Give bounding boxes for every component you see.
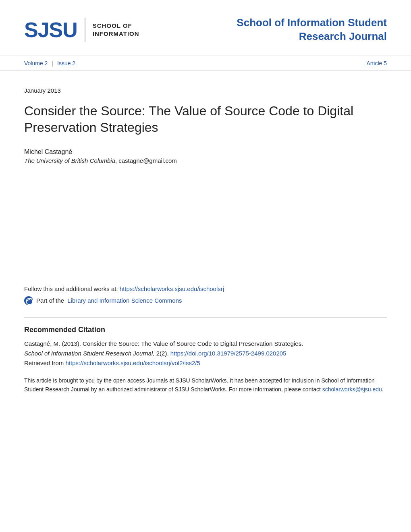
volume-link[interactable]: Volume 2: [24, 60, 48, 66]
commons-link[interactable]: Library and Information Science Commons: [67, 297, 182, 304]
article-link[interactable]: Article 5: [366, 60, 387, 66]
follow-url-link[interactable]: https://scholarworks.sjsu.edu/ischoolsrj: [120, 285, 224, 292]
school-label: SCHOOL OF INFORMATION: [93, 22, 139, 37]
footer-period: .: [382, 386, 384, 393]
journal-title-line2: Research Journal: [299, 30, 387, 42]
citation-section: Recommended Citation Castagné, M. (2013)…: [24, 317, 387, 394]
school-line1: SCHOOL OF: [93, 22, 139, 30]
follow-section: Follow this and additional works at: htt…: [24, 277, 387, 305]
author-email-separator: ,: [115, 157, 118, 164]
citation-journal: School of Information Student Research J…: [24, 350, 153, 357]
citation-text: Castagné, M. (2013). Consider the Source…: [24, 339, 387, 368]
citation-text-1: Castagné, M. (2013). Consider the Source…: [24, 340, 303, 347]
part-of-line: Part of the Library and Information Scie…: [24, 296, 387, 305]
page: SJSU SCHOOL OF INFORMATION School of Inf…: [0, 0, 411, 532]
navbar-separator: |: [52, 60, 53, 66]
footer-note: This article is brought to you by the op…: [24, 376, 387, 394]
school-line2: INFORMATION: [93, 30, 139, 38]
contact-email-link[interactable]: scholarworks@sjsu.edu: [322, 386, 382, 393]
journal-title: School of Information Student Research J…: [237, 16, 387, 44]
citation-issue: (2).: [160, 350, 169, 357]
author-institution: The University of British Columbia: [24, 157, 115, 164]
network-icon: [24, 296, 33, 305]
author-affiliation: The University of British Columbia, cast…: [24, 157, 387, 164]
citation-doi-link[interactable]: https://doi.org/10.31979/2575-2499.02020…: [170, 350, 286, 357]
citation-heading: Recommended Citation: [24, 326, 387, 334]
sjsu-logo-text: SJSU: [24, 19, 77, 40]
part-of-prefix: Part of the: [36, 297, 64, 304]
issue-link[interactable]: Issue 2: [57, 60, 75, 66]
navbar: Volume 2 | Issue 2 Article 5: [0, 56, 411, 71]
journal-title-line1: School of Information Student: [237, 17, 387, 29]
logo-area: SJSU SCHOOL OF INFORMATION: [24, 18, 139, 42]
author-email: castagne@gmail.com: [118, 157, 176, 164]
navbar-right: Article 5: [366, 60, 387, 66]
main-content: January 2013 Consider the Source: The Va…: [0, 71, 411, 410]
navbar-left: Volume 2 | Issue 2: [24, 60, 75, 66]
date: January 2013: [24, 87, 387, 94]
citation-volume: , 2: [153, 350, 160, 357]
citation-retrieved-prefix: Retrieved from: [24, 360, 66, 366]
author-name: Michel Castagné: [24, 148, 387, 156]
header-divider: [85, 18, 85, 42]
article-title: Consider the Source: The Value of Source…: [24, 103, 387, 136]
header: SJSU SCHOOL OF INFORMATION School of Inf…: [0, 0, 411, 56]
follow-text: Follow this and additional works at: htt…: [24, 285, 387, 292]
citation-retrieved-link[interactable]: https://scholarworks.sjsu.edu/ischoolsrj…: [66, 360, 200, 366]
journal-title-area: School of Information Student Research J…: [237, 16, 387, 44]
follow-prefix: Follow this and additional works at:: [24, 285, 120, 292]
